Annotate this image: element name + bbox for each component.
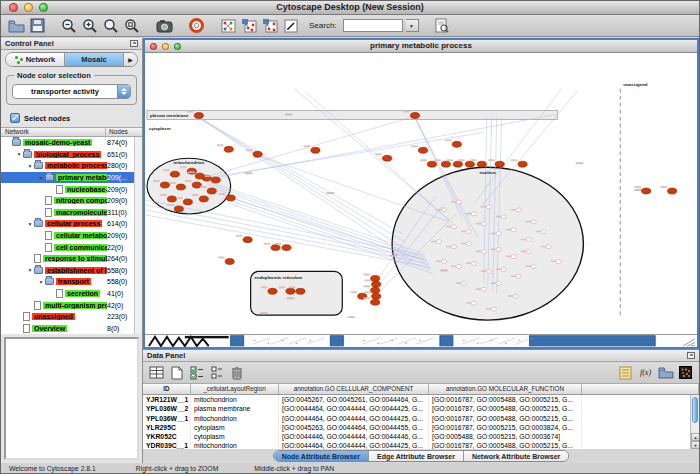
tab-overflow-arrow[interactable]: ▶ [124, 53, 137, 66]
nucleus-node[interactable] [441, 260, 446, 264]
nucleus-node[interactable] [471, 262, 476, 266]
search-dropdown-arrow[interactable]: ▼ [406, 19, 419, 32]
zoom-in-button[interactable] [81, 17, 99, 35]
select-nodes-checkbox[interactable]: ✓ [10, 113, 20, 123]
gene-node[interactable] [372, 293, 381, 299]
gene-node[interactable] [253, 151, 262, 157]
snapshot-button[interactable] [155, 17, 173, 35]
function-builder-icon[interactable]: f(x) [637, 364, 654, 381]
expand-arrow-icon[interactable]: ▼ [15, 151, 23, 157]
gene-node[interactable] [268, 288, 277, 294]
gene-node[interactable] [495, 161, 504, 167]
node-color-dropdown[interactable]: transporter activity [12, 84, 131, 99]
close-view-button[interactable] [150, 43, 157, 50]
tree-row[interactable]: unassigned223(0) [1, 311, 142, 323]
gene-node[interactable] [372, 281, 381, 287]
tab-network-attribute-browser[interactable]: Network Attribute Browser [464, 451, 568, 461]
nucleus-node[interactable] [516, 274, 521, 278]
window-titlebar-fragment[interactable] [330, 336, 343, 346]
table-scrollbar-thumb[interactable] [692, 397, 698, 423]
column-header[interactable]: ID [143, 384, 191, 394]
nucleus-node[interactable] [496, 281, 501, 285]
table-row[interactable]: YPL036W__2plasma membrane[GO:0044464, GO… [143, 404, 699, 413]
tab-network[interactable]: Network [6, 53, 65, 66]
nucleus-node[interactable] [496, 232, 501, 236]
nucleus-node[interactable] [466, 230, 471, 234]
gene-node[interactable] [195, 173, 204, 179]
gene-node[interactable] [170, 171, 179, 177]
annotation-icon[interactable] [282, 17, 300, 35]
tree-row[interactable]: nitrogen compo209(0) [1, 195, 142, 207]
nucleus-node[interactable] [471, 212, 476, 216]
gene-node[interactable] [174, 206, 183, 212]
network-import-1-icon[interactable] [240, 17, 258, 35]
window-titlebar-fragment[interactable] [440, 336, 453, 346]
gene-node[interactable] [311, 147, 320, 153]
tree-row[interactable]: cell communicat22(0) [1, 241, 142, 253]
nucleus-node[interactable] [501, 215, 506, 219]
table-scrollbar[interactable]: ▲ ▼ [690, 395, 699, 449]
table-row[interactable]: YPL036W__1mitochondrion[GO:0044464, GO:0… [143, 414, 699, 423]
gene-node[interactable] [642, 188, 651, 194]
gene-node[interactable] [427, 161, 436, 167]
gene-node[interactable] [383, 155, 392, 161]
save-session-button[interactable] [28, 17, 46, 35]
tree-row[interactable]: Overview8(0) [1, 323, 142, 335]
matrix-view-icon[interactable] [677, 364, 694, 381]
tree-row[interactable]: ▼establishment of lo558(0) [1, 265, 142, 277]
nucleus-node[interactable] [541, 230, 546, 234]
nucleus-node[interactable] [546, 245, 551, 249]
gene-node[interactable] [418, 147, 427, 153]
window-titlebar-fragment[interactable] [231, 336, 244, 346]
gene-node[interactable] [410, 113, 419, 119]
gene-node[interactable] [477, 161, 486, 167]
attribute-grid-icon[interactable] [148, 364, 165, 381]
select-attributes-icon[interactable] [188, 364, 205, 381]
gene-node[interactable] [453, 161, 462, 167]
close-window-button[interactable] [9, 3, 18, 12]
table-row[interactable]: YLR295Ccytoplasm[GO:0045263, GO:0044464,… [143, 423, 699, 432]
nucleus-node[interactable] [456, 200, 461, 204]
network-canvas[interactable]: plasma membranecytoplasmmitochondrionnuc… [145, 53, 697, 334]
gene-node[interactable] [371, 299, 380, 305]
gene-node[interactable] [465, 161, 474, 167]
import-attributes-folder-icon[interactable] [657, 364, 674, 381]
tree-row[interactable]: ▼metabolic process280(0) [1, 160, 142, 172]
gene-node[interactable] [371, 275, 380, 281]
search-input[interactable] [343, 19, 403, 32]
gene-node[interactable] [194, 113, 203, 119]
zoom-out-button[interactable] [60, 17, 78, 35]
tree-row[interactable]: ▼biological_process651(0) [1, 149, 142, 161]
delete-attribute-trash-icon[interactable] [228, 364, 245, 381]
network-manager-icon[interactable] [219, 17, 237, 35]
tab-edge-attribute-browser[interactable]: Edge Attribute Browser [369, 451, 464, 461]
expand-arrow-icon[interactable]: ▼ [37, 279, 45, 285]
nucleus-node[interactable] [513, 294, 518, 298]
nucleus-node[interactable] [526, 238, 531, 242]
scroll-up-button[interactable]: ▲ [691, 433, 699, 441]
tree-row[interactable]: multi-organism pro42(0) [1, 299, 142, 311]
new-attribute-icon[interactable] [168, 364, 185, 381]
gene-node[interactable] [225, 259, 234, 265]
nucleus-node[interactable] [436, 240, 441, 244]
tree-row[interactable]: response to stimulu264(0) [1, 253, 142, 265]
nucleus-node[interactable] [481, 287, 486, 291]
table-row[interactable]: YJR121W__1mitochondrion[GO:0045267, GO:0… [143, 395, 699, 404]
nucleus-node[interactable] [526, 250, 531, 254]
tree-row[interactable]: cellular metabo209(0) [1, 230, 142, 242]
column-header[interactable]: annotation.GO MOLECULAR_FUNCTION [429, 384, 582, 394]
nucleus-node[interactable] [516, 208, 521, 212]
nucleus-node[interactable] [481, 250, 486, 254]
table-row[interactable]: YKR052Ccytoplasm[GO:0044446, GO:0044444,… [143, 432, 699, 441]
nucleus-node[interactable] [531, 220, 536, 224]
help-lifesaver-icon[interactable] [187, 17, 205, 35]
zoom-view-button[interactable] [174, 43, 181, 50]
open-session-button[interactable] [7, 17, 25, 35]
table-row[interactable]: YDR039C__1mitochondrion[GO:0044464, GO:0… [143, 441, 699, 449]
nucleus-node[interactable] [456, 264, 461, 268]
gene-node[interactable] [452, 141, 461, 147]
tree-row[interactable]: mosaic-demo-yeast874(0) [1, 137, 142, 149]
minimize-window-button[interactable] [24, 3, 33, 12]
column-header[interactable]: annotation.GO CELLULAR_COMPONENT [279, 384, 429, 394]
gene-node[interactable] [183, 199, 192, 205]
